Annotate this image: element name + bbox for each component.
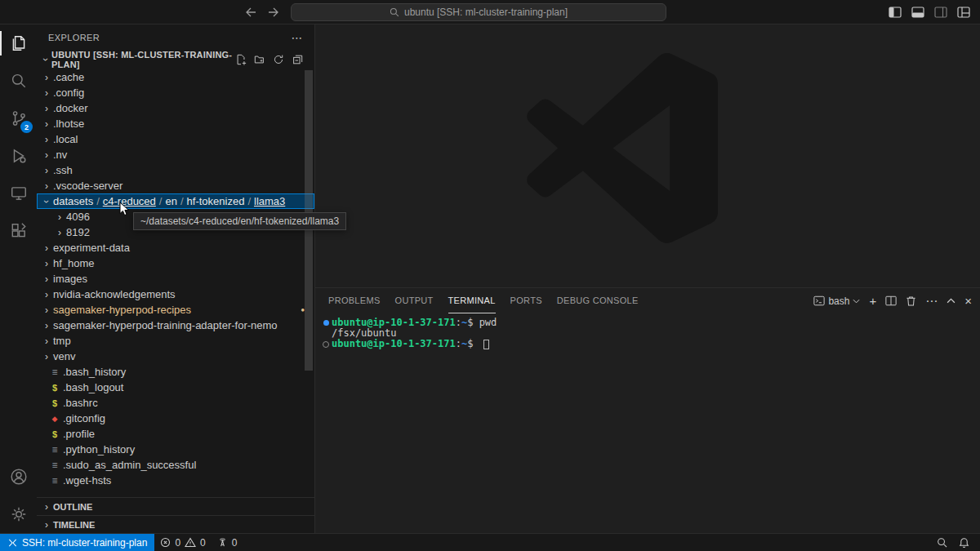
panel-tab-problems[interactable]: PROBLEMS (328, 288, 381, 313)
tree-item[interactable]: ›.vscode-server (37, 178, 314, 193)
tree-item[interactable]: ›.config (37, 85, 314, 100)
prompt-path: ~ (461, 339, 467, 349)
tree-item[interactable]: $.bashrc (37, 395, 314, 411)
panel-tab-ports[interactable]: PORTS (510, 288, 542, 313)
toggle-secondary-sidebar-icon[interactable] (934, 7, 947, 18)
errors-icon (160, 537, 171, 548)
timeline-section[interactable]: › TIMELINE (37, 515, 314, 533)
tree-item-label: .bash_logout (63, 381, 123, 393)
command-decoration-filled[interactable] (320, 320, 332, 326)
new-folder-icon[interactable] (254, 54, 265, 65)
folder-segment[interactable]: llama3 (254, 195, 285, 207)
command-decoration-hollow[interactable] (320, 341, 332, 348)
text-file-icon: ≡ (48, 475, 61, 487)
kill-terminal-trash-icon[interactable] (906, 295, 916, 307)
customize-layout-icon[interactable] (957, 7, 970, 18)
refresh-icon[interactable] (273, 54, 284, 65)
tree-item[interactable]: ›tmp (37, 333, 314, 349)
split-terminal-icon[interactable] (885, 295, 897, 306)
chevron-right-icon: › (40, 351, 53, 362)
maximize-panel-chevron-up-icon[interactable] (947, 298, 956, 304)
shell-file-icon: $ (48, 383, 61, 393)
chevron-right-icon: › (40, 273, 53, 285)
remote-label: SSH: ml-cluster-training-plan (22, 537, 147, 549)
new-file-icon[interactable] (235, 54, 247, 65)
remote-explorer-icon[interactable] (0, 175, 37, 212)
panel-more-actions-icon[interactable]: ⋯ (925, 295, 938, 307)
notifications-bell-icon[interactable] (953, 534, 975, 551)
tree-item[interactable]: ◆.gitconfig (37, 411, 314, 426)
toggle-panel-icon[interactable] (911, 7, 924, 18)
tree-item-label: .lhotse (53, 118, 84, 130)
collapse-all-icon[interactable] (292, 54, 303, 65)
chevron-right-icon: › (40, 289, 53, 300)
folder-segment[interactable]: datasets (53, 195, 93, 207)
problems-indicator[interactable]: 0 0 (154, 534, 211, 551)
source-control-icon[interactable]: 2 (0, 100, 37, 137)
chevron-right-icon: › (40, 134, 53, 145)
prompt-dollar: $ (467, 318, 473, 328)
tree-item[interactable]: $.bash_logout (37, 380, 314, 395)
panel-tab-debug-console[interactable]: DEBUG CONSOLE (557, 288, 639, 313)
search-activity-icon[interactable] (0, 62, 37, 100)
tree-item[interactable]: ›experiment-data (37, 240, 314, 256)
outline-section[interactable]: › OUTLINE (37, 497, 314, 515)
folder-segment[interactable]: hf-tokenized (187, 195, 245, 207)
chevron-right-icon: › (40, 258, 53, 269)
extensions-icon[interactable] (0, 212, 37, 250)
tree-item[interactable]: ›.cache (37, 69, 314, 85)
terminal-line: ubuntu@ip-10-1-37-171:~$ (320, 339, 980, 349)
warnings-count: 0 (200, 537, 206, 549)
accounts-icon[interactable] (0, 458, 37, 495)
back-arrow-icon[interactable] (245, 7, 256, 17)
status-bar: SSH: ml-cluster-training-plan 0 0 0 (0, 533, 980, 551)
tree-item[interactable]: ≡.sudo_as_admin_successful (37, 457, 314, 473)
panel-tab-output[interactable]: OUTPUT (395, 288, 434, 313)
tree-item[interactable]: ›datasets/c4-reduced/en/hf-tokenized/lla… (37, 193, 314, 209)
tree-item[interactable]: ›.lhotse (37, 116, 314, 131)
tree-item[interactable]: ›.ssh (37, 162, 314, 178)
tree-item-label: images (53, 273, 87, 285)
explorer-more-actions-icon[interactable]: ⋯ (292, 31, 303, 44)
chevron-right-icon: › (40, 320, 53, 331)
tree-item[interactable]: ›.docker (37, 100, 314, 116)
path-separator: / (96, 195, 100, 207)
forward-arrow-icon[interactable] (268, 7, 279, 17)
tree-item[interactable]: ›.local (37, 131, 314, 147)
tree-item-label: .python_history (63, 443, 135, 455)
folder-segment[interactable]: en (165, 195, 176, 207)
tree-item-label: 4096 (66, 211, 90, 223)
tree-item[interactable]: ≡.wget-hsts (37, 473, 314, 488)
tree-item[interactable]: ›images (37, 271, 314, 287)
settings-gear-icon[interactable] (0, 495, 37, 533)
new-terminal-icon[interactable]: + (869, 295, 876, 307)
tree-item[interactable]: ≡.bash_history (37, 364, 314, 380)
tree-item[interactable]: ≡.python_history (37, 442, 314, 457)
terminal-content[interactable]: ubuntu@ip-10-1-37-171:~$ pwd/fsx/ubuntuu… (315, 313, 980, 533)
prompt-dollar: $ (467, 339, 473, 349)
tree-item[interactable]: ›sagemaker-hyperpod-recipes● (37, 302, 314, 318)
tree-item[interactable]: ›sagemaker-hyperpod-training-adapter-for… (37, 318, 314, 333)
tree-item[interactable]: ›.nv (37, 147, 314, 162)
run-debug-icon[interactable] (0, 137, 37, 175)
tree-item-label: .local (53, 133, 78, 145)
tree-item[interactable]: $.profile (37, 426, 314, 442)
tree-item-label: .bash_history (63, 366, 126, 378)
zoom-indicator[interactable] (931, 534, 953, 551)
close-panel-icon[interactable]: × (964, 295, 972, 307)
command-center[interactable]: ubuntu [SSH: ml-cluster-training-plan] (291, 3, 666, 21)
ports-indicator[interactable]: 0 (212, 534, 243, 551)
remote-indicator[interactable]: SSH: ml-cluster-training-plan (0, 534, 154, 551)
prompt-user: ubuntu@ip-10-1-37-171 (332, 339, 456, 349)
tree-item-label: .profile (63, 428, 95, 440)
shell-selector[interactable]: bash (813, 295, 860, 307)
explorer-icon[interactable] (0, 24, 37, 62)
panel-tab-terminal[interactable]: TERMINAL (448, 288, 496, 313)
chevron-right-icon: › (40, 304, 53, 316)
toggle-sidebar-icon[interactable] (889, 7, 902, 18)
tree-item[interactable]: ›hf_home (37, 256, 314, 271)
chevron-right-icon: › (40, 165, 53, 176)
tree-item[interactable]: ›nvidia-acknowledgements (37, 287, 314, 302)
tree-item[interactable]: ›venv (37, 349, 314, 364)
workspace-section-header[interactable]: › UBUNTU [SSH: ML-CLUSTER-TRAINING-PLAN] (37, 51, 314, 69)
